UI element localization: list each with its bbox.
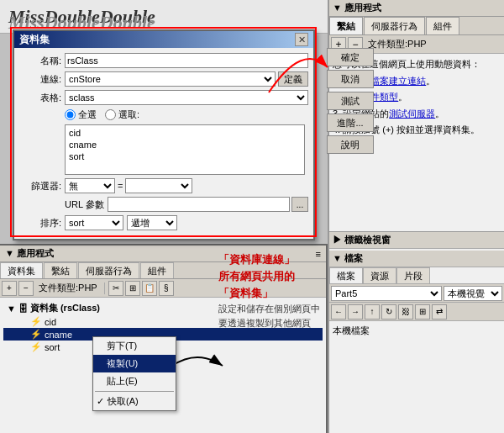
tab-component[interactable]: 組件 xyxy=(426,17,459,34)
annotation-line4: 設定和儲存在個別網頁中 xyxy=(218,303,428,315)
columns-radio-group: 全選 選取: xyxy=(19,108,308,121)
list-item[interactable]: cname xyxy=(67,139,302,150)
field-icon-cid: ⚡ xyxy=(30,316,42,327)
name-label: 名稱: xyxy=(19,55,61,67)
field-label-sort: sort xyxy=(45,342,60,352)
annotation-line2: 所有網頁共用的 xyxy=(218,269,428,284)
tree-root-label: 資料集 (rsClass) xyxy=(30,302,100,314)
field-icon-sort: ⚡ xyxy=(30,341,42,352)
tab-component2[interactable]: 組件 xyxy=(140,262,174,278)
bottom-panel-title: ▼ 應用程式 xyxy=(5,247,54,260)
separator xyxy=(104,283,105,294)
url-input[interactable] xyxy=(108,197,290,212)
url-label: URL 參數 xyxy=(65,198,104,211)
bt-cut[interactable]: ✂ xyxy=(108,281,123,296)
annotation-line5: 要透過複製到其他網頁 xyxy=(218,317,428,330)
annotation-area: 「資料庫連線」 所有網頁共用的 「資料集」 設定和儲存在個別網頁中 要透過複製到… xyxy=(218,252,428,331)
bt-format[interactable]: § xyxy=(159,281,174,296)
filter-label: 篩選器: xyxy=(19,180,61,193)
check-icon: ✓ xyxy=(97,396,104,407)
menu-separator xyxy=(95,391,174,392)
annotation-line1: 「資料庫連線」 xyxy=(218,252,428,267)
radio-select[interactable] xyxy=(105,109,116,120)
radio-all-label[interactable]: 全選 xyxy=(65,108,97,121)
rb-view-select[interactable]: 本機視覺 xyxy=(444,286,502,301)
url-browse-button[interactable]: ... xyxy=(291,197,308,212)
tab-server-behavior[interactable]: 伺服器行為 xyxy=(364,17,425,34)
tree-expand-icon: ▼ xyxy=(7,304,16,314)
menu-cache[interactable]: ✓ 快取(A) xyxy=(93,393,176,410)
radio-all[interactable] xyxy=(65,109,76,120)
field-label-cid: cid xyxy=(45,317,56,327)
table-label: 表格: xyxy=(19,92,61,104)
radio-select-label[interactable]: 選取: xyxy=(105,108,139,121)
menu-paste[interactable]: 貼上(E) xyxy=(93,372,176,390)
context-menu: 剪下(T) 複製(U) 貼上(E) ✓ 快取(A) xyxy=(92,336,176,411)
url-row: URL 參數 ... xyxy=(19,197,308,212)
dialog-title: 資料集 xyxy=(19,33,50,47)
top-banner: MissDoubleDouble MissDoubleDouble xyxy=(0,0,328,34)
right-panel-tabs: 繫結 伺服器行為 組件 xyxy=(329,17,504,35)
conn-label: 連線: xyxy=(19,73,61,86)
sort-row: 排序: sort 遞增 xyxy=(19,215,308,230)
tab-binding[interactable]: 繫結 xyxy=(329,17,363,34)
bt-minus[interactable]: − xyxy=(18,281,34,296)
annotation-line3: 「資料集」 xyxy=(218,286,428,301)
bt-paste[interactable]: 📋 xyxy=(142,281,157,296)
help-button[interactable]: 說明 xyxy=(327,135,374,154)
tab-binding2[interactable]: 繫結 xyxy=(44,262,77,278)
rb-btn-sync[interactable]: ⇄ xyxy=(432,304,447,319)
link-test-server[interactable]: 測試伺服器 xyxy=(389,108,435,119)
rb-section-collapsed[interactable]: ▶ 標籤檢視窗 xyxy=(329,232,504,249)
filter-row: 篩選器: 無 = xyxy=(19,178,308,193)
arrow-svg xyxy=(244,34,336,101)
filter-select[interactable]: 無 xyxy=(65,178,115,193)
file-type-label: 文件類型:PHP xyxy=(368,38,427,50)
sort-dir-select[interactable]: 遞增 xyxy=(127,215,177,230)
filter-eq: = xyxy=(118,181,123,191)
right-panel-title: ▼ 應用程式 xyxy=(333,2,381,14)
sort-label: 排序: xyxy=(19,217,61,230)
bt-file-type: 文件類型:PHP xyxy=(39,282,97,294)
columns-listbox[interactable]: cid cname sort xyxy=(65,124,305,175)
bt-add[interactable]: + xyxy=(2,281,17,296)
field-label-cname: cname xyxy=(45,330,72,340)
menu-cut[interactable]: 剪下(T) xyxy=(93,337,176,355)
rb-section-title-text: ▶ 標籤檢視窗 xyxy=(333,234,391,246)
right-panel-header: ▼ 應用程式 xyxy=(329,0,504,17)
sort-select[interactable]: sort xyxy=(65,215,123,230)
tree-db-icon: 🗄 xyxy=(18,304,28,314)
tab-dataset[interactable]: 資料集 xyxy=(0,262,43,278)
advanced-button[interactable]: 進階... xyxy=(327,114,374,132)
bottom-arrow-svg xyxy=(168,345,227,387)
bt-copy[interactable]: ⊞ xyxy=(125,281,140,296)
field-icon-cname: ⚡ xyxy=(30,329,42,340)
filter-value-select[interactable] xyxy=(125,178,192,193)
menu-cache-label: 快取(A) xyxy=(108,395,139,408)
list-item[interactable]: cid xyxy=(67,127,302,139)
list-item[interactable]: sort xyxy=(67,150,302,162)
tab-server2[interactable]: 伺服器行為 xyxy=(78,262,139,278)
menu-copy[interactable]: 複製(U) xyxy=(93,355,176,372)
